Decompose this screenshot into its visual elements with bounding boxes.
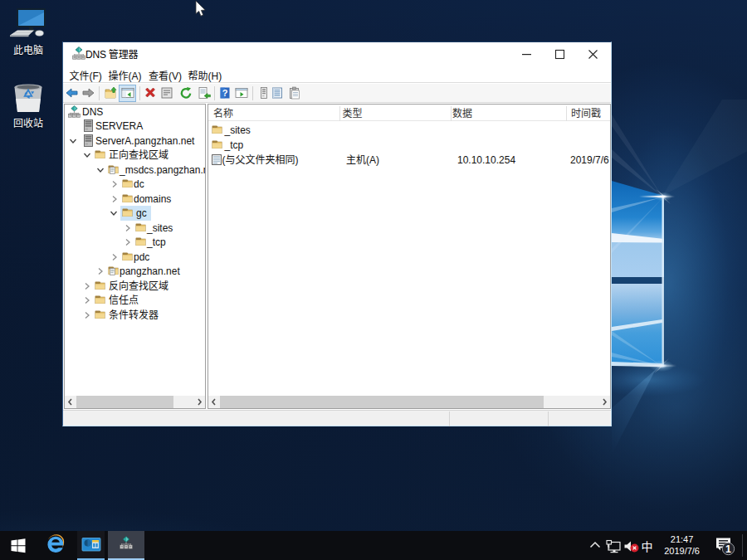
- svg-text:?: ?: [222, 88, 228, 98]
- svg-text:1: 1: [725, 543, 731, 555]
